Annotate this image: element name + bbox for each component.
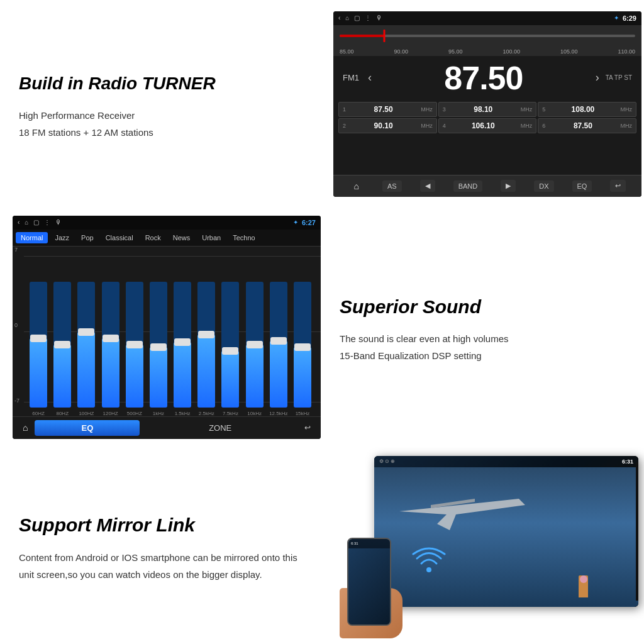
eq-bottom-bar: ⌂ EQ ZONE ↩ [13,416,321,439]
eq-track-7p5khz[interactable] [221,282,239,408]
eq-mode-rock[interactable]: Rock [140,232,166,243]
eq-mode-normal[interactable]: Normal [16,232,48,243]
eq-home-btn[interactable]: ⌂ [19,421,31,434]
eq-thumb-60hz[interactable] [30,335,47,342]
eq-back-icon[interactable]: ‹ [18,219,19,226]
status-icons: ‹ ⌂ ▢ ⋮ 🎙 [338,14,382,21]
person-figure [579,575,588,597]
eq-track-2p5khz[interactable] [197,282,215,408]
eq-zone-btn[interactable]: ZONE [143,420,297,436]
preset-num-5: 5 [542,106,545,113]
preset-freq-5: 108.00 [572,105,595,114]
eq-bottom-back-btn[interactable]: ↩ [301,422,314,433]
eq-thumb-2p5khz[interactable] [198,331,214,338]
radio-title: Build in Radio TURNER [19,73,314,94]
preset-unit-6: MHz [621,123,633,129]
eq-track-60hz[interactable] [30,282,47,408]
eq-track-80hz[interactable] [53,282,71,408]
radio-status-bar: ‹ ⌂ ▢ ⋮ 🎙 ✦ 6:29 [333,11,641,25]
home-icon[interactable]: ⌂ [345,14,349,21]
eq-thumb-10khz[interactable] [247,341,263,348]
radio-back-btn[interactable]: ↩ [610,180,626,192]
eq-window-icon[interactable]: ▢ [33,219,39,226]
car-unit: ⚙ ⊙ ⊕ 6:31 [374,456,638,607]
radio-next-btn[interactable]: ▶ [501,180,516,192]
eq-dots-icon[interactable]: ⋮ [44,219,50,226]
eq-mode-jazz[interactable]: Jazz [50,232,74,243]
eq-mode-techno[interactable]: Techno [228,232,260,243]
preset-5[interactable]: 5 108.00 MHz [538,102,636,117]
eq-band-1p5khz: 1.5kHz [170,282,194,416]
eq-track-1p5khz[interactable] [174,282,191,408]
eq-track-15khz[interactable] [294,282,311,408]
preset-freq-4: 106.10 [472,121,495,130]
radio-text-section: Build in Radio TURNER High Performance R… [0,0,327,208]
eq-label-10khz: 10kHz [247,411,262,416]
eq-mode-classical[interactable]: Classical [101,232,138,243]
eq-thumb-12p5khz[interactable] [270,337,287,345]
freq-next-btn[interactable]: › [596,71,599,84]
eq-thumb-80hz[interactable] [54,341,70,348]
radio-as-btn[interactable]: AS [382,180,402,192]
preset-unit-1: MHz [421,106,433,113]
car-icons: ⚙ ⊙ ⊕ [379,458,395,464]
window-icon[interactable]: ▢ [354,14,360,21]
eq-track-120hz[interactable] [102,282,119,408]
radio-dx-btn[interactable]: DX [534,180,553,192]
eq-band-120hz: 120HZ [99,282,123,416]
preset-unit-3: MHz [521,106,533,113]
preset-3[interactable]: 3 98.10 MHz [438,102,537,117]
mirror-title: Support Mirror Link [19,514,314,536]
phone-status-bar: 6:31 [348,539,390,548]
eq-track-100hz[interactable] [77,282,95,408]
screen-overlay: ⚙ ⊙ ⊕ 6:31 [374,456,638,607]
eq-thumb-120hz[interactable] [103,335,119,342]
car-screen-topbar: ⚙ ⊙ ⊕ 6:31 [374,456,638,467]
bt-icon: ✦ [614,14,619,21]
radio-controls: ⌂ AS ◀ BAND ▶ DX EQ ↩ [333,175,641,197]
eq-thumb-1khz[interactable] [150,343,167,351]
eq-thumb-500hz[interactable] [126,341,143,348]
radio-presets: 1 87.50 MHz 3 98.10 MHz 5 108.00 MHz 2 9… [333,100,641,135]
eq-thumb-100hz[interactable] [78,328,94,336]
eq-track-12p5khz[interactable] [270,282,287,408]
radio-eq-btn[interactable]: EQ [572,180,592,192]
back-icon[interactable]: ‹ [338,14,340,21]
eq-mode-pop[interactable]: Pop [76,232,99,243]
eq-thumb-7p5khz[interactable] [222,347,238,355]
preset-unit-4: MHz [521,123,533,129]
eq-track-10khz[interactable] [246,282,264,408]
preset-4[interactable]: 4 106.10 MHz [438,118,537,133]
eq-track-1khz[interactable] [150,282,167,408]
radio-prev-btn[interactable]: ◀ [420,180,435,192]
eq-thumb-15khz[interactable] [294,343,311,351]
radio-band-btn[interactable]: BAND [453,180,483,192]
eq-fill-120hz [102,338,119,408]
freq-prev-btn[interactable]: ‹ [368,71,372,84]
eq-label-60hz: 60HZ [32,411,45,416]
eq-mode-news[interactable]: News [168,232,196,243]
preset-6[interactable]: 6 87.50 MHz [538,118,636,133]
eq-label-7p5khz: 7.5kHz [223,411,238,416]
freq-slider[interactable] [333,25,641,47]
eq-sliders: 60HZ 80HZ [13,247,321,416]
eq-label-btn[interactable]: EQ [35,420,140,436]
eq-track-500hz[interactable] [126,282,143,408]
eq-home-icon[interactable]: ⌂ [25,219,28,226]
eq-fill-1p5khz [174,342,191,408]
radio-home-btn[interactable]: ⌂ [349,179,364,193]
radio-time: 6:29 [623,14,636,22]
mirror-device: ⚙ ⊙ ⊕ 6:31 [330,453,638,638]
dots-icon[interactable]: ⋮ [365,14,371,21]
eq-fill-7p5khz [221,351,239,408]
eq-bands-area: 7 0 -7 60HZ [13,247,321,416]
eq-thumb-1p5khz[interactable] [174,338,191,346]
eq-label-500hz: 500HZ [127,411,142,416]
preset-freq-3: 98.10 [474,105,492,114]
eq-band-80hz: 80HZ [50,282,74,416]
preset-freq-2: 90.10 [374,121,393,130]
preset-2[interactable]: 2 90.10 MHz [338,118,437,133]
eq-time: 6:27 [302,219,316,226]
preset-1[interactable]: 1 87.50 MHz [338,102,437,117]
eq-mode-urban[interactable]: Urban [197,232,226,243]
